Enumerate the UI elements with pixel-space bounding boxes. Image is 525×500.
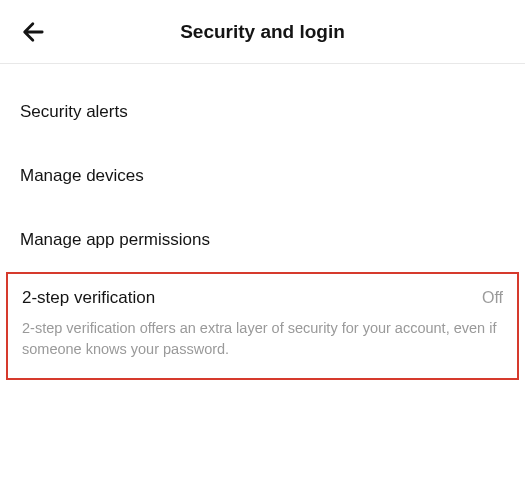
- item-label: Security alerts: [20, 102, 505, 122]
- back-button[interactable]: [20, 18, 48, 46]
- settings-list: Security alerts Manage devices Manage ap…: [0, 64, 525, 380]
- arrow-left-icon: [20, 18, 48, 46]
- two-step-title: 2-step verification: [22, 288, 155, 308]
- two-step-row: 2-step verification Off: [22, 288, 503, 308]
- item-label: Manage devices: [20, 166, 505, 186]
- list-item-manage-app-permissions[interactable]: Manage app permissions: [0, 208, 525, 272]
- list-item-manage-devices[interactable]: Manage devices: [0, 144, 525, 208]
- header: Security and login: [0, 0, 525, 64]
- two-step-status: Off: [482, 289, 503, 307]
- list-item-2-step-verification[interactable]: 2-step verification Off 2-step verificat…: [6, 272, 519, 380]
- item-label: Manage app permissions: [20, 230, 505, 250]
- two-step-description: 2-step verification offers an extra laye…: [22, 318, 503, 360]
- page-title: Security and login: [16, 21, 509, 43]
- list-item-security-alerts[interactable]: Security alerts: [0, 80, 525, 144]
